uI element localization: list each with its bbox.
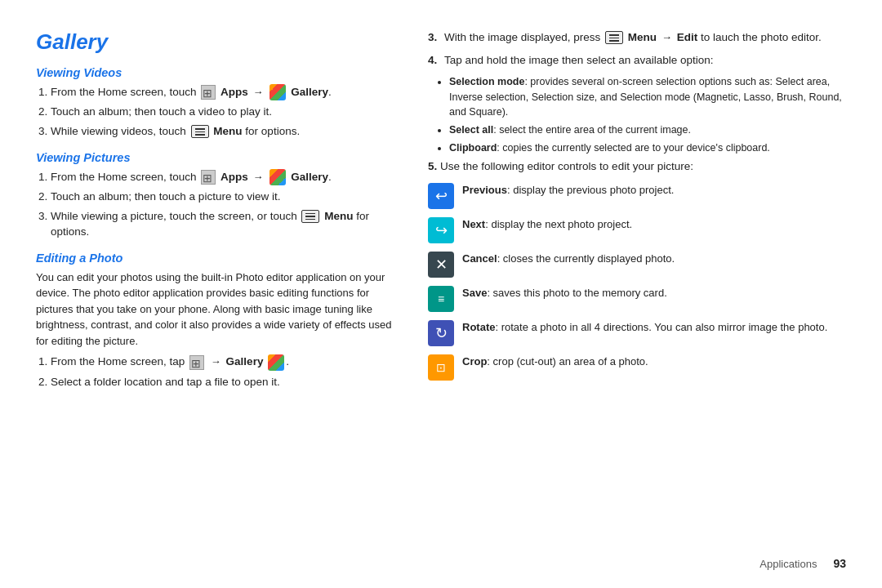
step-ep-2: Select a folder location and tap a file …	[51, 374, 395, 390]
control-crop: ⊡ Crop: crop (cut-out) an area of a phot…	[428, 354, 846, 381]
menu-icon-vp	[301, 210, 319, 223]
menu-label-vp: Menu	[324, 210, 353, 222]
viewing-videos-steps: From the Home screen, touch Apps → Galle…	[36, 84, 395, 140]
menu-icon-step3	[605, 31, 623, 44]
control-save: ≡ Save: saves this photo to the memory c…	[428, 286, 846, 312]
next-icon: ↪	[428, 217, 454, 243]
apps-icon-ep	[189, 355, 204, 370]
gallery-icon-vp	[270, 169, 286, 185]
step-vv-2: Touch an album; then touch a video to pl…	[51, 104, 395, 120]
section-viewing-videos: Viewing Videos	[36, 66, 395, 79]
apps-label-vv: Apps	[220, 86, 248, 98]
gallery-icon-vv	[270, 84, 286, 100]
crop-icon: ⊡	[428, 354, 454, 381]
menu-label-vv: Menu	[213, 125, 242, 137]
rotate-icon: ↻	[428, 320, 454, 346]
page-title: Gallery	[36, 29, 395, 55]
menu-icon-vv	[191, 125, 209, 138]
right-column: 3. With the image displayed, press Menu …	[420, 29, 846, 559]
gallery-label-vv: Gallery	[291, 86, 328, 98]
left-column: Gallery Viewing Videos From the Home scr…	[36, 29, 420, 559]
section-viewing-pictures: Viewing Pictures	[36, 151, 395, 164]
footer-page-number: 93	[833, 557, 846, 570]
editing-photo-body: You can edit your photos using the built…	[36, 270, 395, 350]
step-vv-1: From the Home screen, touch Apps → Galle…	[51, 84, 395, 100]
option-bullets: Selection mode: provides several on-scre…	[436, 74, 846, 155]
bullet-selection-mode: Selection mode: provides several on-scre…	[449, 74, 846, 118]
step-vp-1: From the Home screen, touch Apps → Galle…	[51, 169, 395, 185]
step-ep-1: From the Home screen, tap → Gallery .	[51, 354, 395, 370]
bullet-select-all: Select all: select the entire area of th…	[449, 122, 846, 137]
step-4: 4. Tap and hold the image then select an…	[428, 52, 846, 69]
gallery-label-ep: Gallery	[226, 355, 264, 368]
step-5-intro: 5. Use the following editor controls to …	[428, 158, 846, 175]
previous-icon: ↩	[428, 183, 454, 209]
step-vp-2: Touch an album; then touch a picture to …	[51, 189, 395, 205]
save-icon: ≡	[428, 286, 454, 312]
apps-icon-vp	[201, 170, 216, 185]
section-editing-photo: Editing a Photo	[36, 252, 395, 265]
footer-label: Applications	[760, 558, 817, 570]
gallery-icon-ep	[268, 354, 284, 371]
step-vp-3: While viewing a picture, touch the scree…	[51, 208, 395, 240]
control-next: ↪ Next: display the next photo project.	[428, 217, 846, 243]
step-vv-3: While viewing videos, touch Menu for opt…	[51, 123, 395, 140]
apps-label-vp: Apps	[220, 171, 248, 183]
viewing-pictures-steps: From the Home screen, touch Apps → Galle…	[36, 169, 395, 240]
control-cancel: ✕ Cancel: closes the currently displayed…	[428, 252, 846, 278]
footer: Applications 93	[760, 557, 846, 570]
bullet-clipboard: Clipboard: copies the currently selected…	[449, 140, 846, 155]
control-previous: ↩ Previous: display the previous photo p…	[428, 183, 846, 209]
cancel-icon: ✕	[428, 252, 454, 278]
apps-icon-vv	[201, 85, 216, 100]
editing-photo-steps: From the Home screen, tap → Gallery . Se…	[36, 354, 395, 390]
gallery-label-vp: Gallery	[291, 171, 328, 183]
control-rotate: ↻ Rotate: rotate a photo in all 4 direct…	[428, 320, 846, 346]
editor-controls: ↩ Previous: display the previous photo p…	[428, 183, 846, 381]
step-3: 3. With the image displayed, press Menu …	[428, 29, 846, 46]
